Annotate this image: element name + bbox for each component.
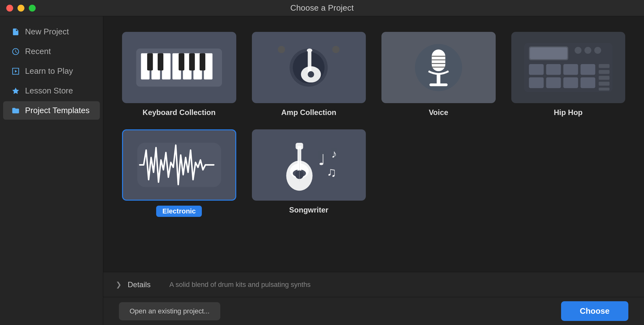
svg-rect-29 (429, 83, 447, 86)
folder-icon (11, 106, 20, 115)
svg-text:♪: ♪ (331, 148, 337, 160)
template-thumb-electronic (122, 129, 236, 201)
template-hip-hop[interactable]: Hip Hop (511, 32, 626, 117)
svg-rect-28 (437, 74, 440, 84)
open-existing-button[interactable]: Open an existing project... (119, 302, 220, 320)
main-layout: New Project Recent Learn to Play (0, 16, 644, 325)
minimize-button[interactable] (18, 5, 24, 12)
svg-rect-44 (599, 64, 610, 68)
svg-point-18 (307, 48, 312, 52)
svg-rect-9 (158, 53, 163, 70)
svg-rect-47 (599, 82, 610, 86)
sidebar-item-label: Project Templates (25, 106, 89, 115)
close-button[interactable] (6, 5, 13, 12)
window-controls (6, 5, 36, 12)
svg-point-33 (575, 47, 581, 54)
template-thumb-amp (252, 32, 366, 103)
template-electronic[interactable]: Electronic (122, 129, 236, 217)
svg-rect-12 (200, 53, 205, 70)
sidebar-item-label: Recent (25, 47, 51, 56)
template-thumb-keyboard (122, 32, 236, 103)
file-icon (11, 28, 20, 36)
details-bar: ❯ Details A solid blend of drum kits and… (103, 272, 644, 297)
template-name-electronic: Electronic (156, 206, 202, 217)
svg-point-21 (332, 46, 340, 53)
details-chevron-icon[interactable]: ❯ (116, 281, 121, 289)
details-label: Details (128, 280, 151, 289)
svg-rect-8 (147, 53, 153, 70)
sidebar-item-lesson-store[interactable]: Lesson Store (3, 82, 100, 100)
svg-point-34 (585, 47, 591, 54)
template-thumb-hiphop (511, 32, 626, 103)
template-name-voice: Voice (429, 108, 448, 117)
sidebar-item-label: New Project (25, 27, 69, 37)
svg-rect-42 (563, 77, 578, 88)
bottom-bar: Open an existing project... Choose (103, 297, 644, 325)
svg-rect-23 (432, 49, 445, 71)
sidebar-item-label: Lesson Store (25, 86, 73, 96)
svg-point-35 (594, 47, 601, 54)
star-icon (11, 87, 20, 95)
svg-rect-48 (599, 88, 610, 90)
content-area: Keyboard Collection (103, 16, 644, 325)
template-songwriter[interactable]: ♩ ♪ ♫ Songwriter (252, 129, 366, 217)
svg-rect-45 (599, 70, 610, 74)
sidebar-item-learn-to-play[interactable]: Learn to Play (3, 62, 100, 80)
titlebar: Choose a Project (0, 0, 644, 16)
clock-icon (11, 47, 20, 56)
svg-rect-38 (563, 64, 578, 75)
svg-rect-32 (530, 48, 567, 59)
svg-text:♩: ♩ (318, 152, 325, 168)
template-amp-collection[interactable]: Amp Collection (252, 32, 366, 117)
sidebar: New Project Recent Learn to Play (0, 16, 103, 325)
play-icon (11, 67, 20, 76)
svg-point-20 (278, 46, 285, 53)
maximize-button[interactable] (29, 5, 36, 12)
sidebar-item-recent[interactable]: Recent (3, 42, 100, 61)
choose-button[interactable]: Choose (561, 301, 628, 321)
svg-rect-41 (546, 77, 561, 88)
template-thumb-songwriter: ♩ ♪ ♫ (252, 129, 366, 201)
details-description: A solid blend of drum kits and pulsating… (169, 281, 310, 289)
svg-rect-17 (308, 52, 312, 74)
svg-rect-54 (296, 143, 303, 149)
template-voice[interactable]: Voice (381, 32, 496, 117)
sidebar-item-label: Learn to Play (25, 66, 73, 76)
templates-grid: Keyboard Collection (103, 16, 644, 272)
template-name-hiphop: Hip Hop (554, 108, 583, 117)
template-thumb-voice (381, 32, 496, 103)
svg-rect-11 (189, 53, 195, 70)
sidebar-item-project-templates[interactable]: Project Templates (3, 101, 100, 120)
svg-rect-46 (599, 76, 610, 80)
template-name-songwriter: Songwriter (289, 206, 328, 214)
window-title: Choose a Project (290, 3, 354, 13)
svg-rect-37 (546, 64, 561, 75)
svg-rect-36 (529, 64, 544, 75)
svg-rect-40 (529, 77, 544, 88)
svg-rect-39 (580, 64, 595, 75)
svg-text:♫: ♫ (327, 165, 337, 179)
svg-rect-10 (179, 53, 184, 70)
template-keyboard-collection[interactable]: Keyboard Collection (122, 32, 236, 117)
svg-point-19 (308, 71, 314, 78)
svg-rect-43 (580, 77, 595, 88)
template-name-amp: Amp Collection (281, 108, 336, 117)
sidebar-item-new-project[interactable]: New Project (3, 22, 100, 41)
template-name-keyboard: Keyboard Collection (143, 108, 216, 117)
